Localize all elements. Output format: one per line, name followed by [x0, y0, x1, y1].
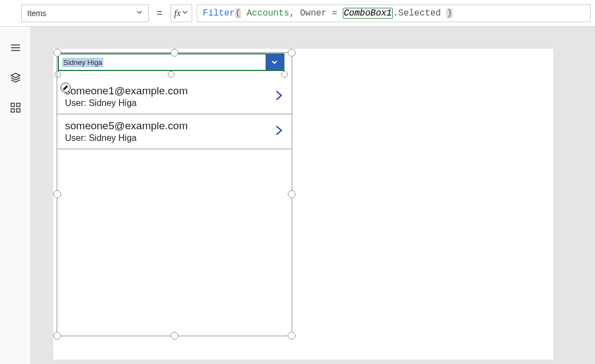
formula-token-owner: Owner: [300, 8, 327, 18]
fx-label: fx: [174, 8, 181, 18]
formula-token-dot: .: [393, 8, 398, 18]
formula-token-accounts: Accounts: [247, 8, 289, 18]
chevron-down-icon: [136, 9, 143, 17]
gallery-item-title: someone5@example.com: [65, 120, 188, 132]
selection-handle[interactable]: [288, 49, 296, 57]
formula-token-close-paren: ): [446, 8, 453, 18]
formula-input[interactable]: Filter( Accounts, Owner = ComboBox1.Sele…: [197, 4, 591, 22]
property-selector[interactable]: Items: [21, 4, 149, 22]
canvas-area: Sidney Higa: [31, 27, 595, 364]
layers-icon[interactable]: [10, 72, 21, 83]
svg-rect-7: [17, 109, 20, 112]
fx-button[interactable]: fx: [171, 4, 193, 22]
gallery-item-info: someone1@example.com User: Sidney Higa: [65, 85, 188, 108]
svg-rect-4: [11, 103, 14, 107]
edit-template-icon[interactable]: [61, 83, 71, 93]
gallery-item[interactable]: someone5@example.com User: Sidney Higa: [57, 114, 292, 149]
hamburger-icon[interactable]: [10, 42, 21, 53]
formula-token-fn: Filter: [203, 8, 235, 18]
gallery-body: someone1@example.com User: Sidney Higa s…: [57, 79, 292, 336]
formula-token-combobox1: ComboBox1: [343, 8, 393, 19]
gallery-item-title: someone1@example.com: [65, 85, 188, 97]
left-rail: [0, 27, 31, 364]
formula-token-eq: =: [332, 8, 338, 18]
chevron-right-icon[interactable]: [274, 124, 284, 139]
selection-handle[interactable]: [53, 49, 61, 57]
chevron-down-icon: [182, 9, 188, 17]
apps-icon[interactable]: [10, 102, 21, 113]
selection-handle[interactable]: [171, 49, 178, 57]
chevron-right-icon[interactable]: [274, 89, 284, 104]
gallery-item[interactable]: someone1@example.com User: Sidney Higa: [57, 79, 292, 114]
gallery-item-subtitle: User: Sidney Higa: [65, 98, 188, 108]
gallery-control[interactable]: someone1@example.com User: Sidney Higa s…: [57, 52, 292, 336]
svg-rect-6: [11, 109, 14, 112]
equals-label: =: [153, 7, 166, 19]
formula-token-selected: Selected: [398, 8, 441, 18]
gallery-item-info: someone5@example.com User: Sidney Higa: [65, 120, 188, 143]
svg-rect-5: [17, 103, 20, 107]
app-canvas[interactable]: Sidney Higa: [53, 49, 553, 360]
property-selector-label: Items: [27, 9, 46, 18]
formula-token-comma: ,: [289, 8, 295, 18]
formula-bar: Items = fx Filter( Accounts, Owner = Com…: [0, 0, 595, 27]
svg-marker-3: [11, 73, 20, 78]
formula-token-open-paren: (: [235, 8, 242, 18]
gallery-item-subtitle: User: Sidney Higa: [65, 133, 188, 143]
